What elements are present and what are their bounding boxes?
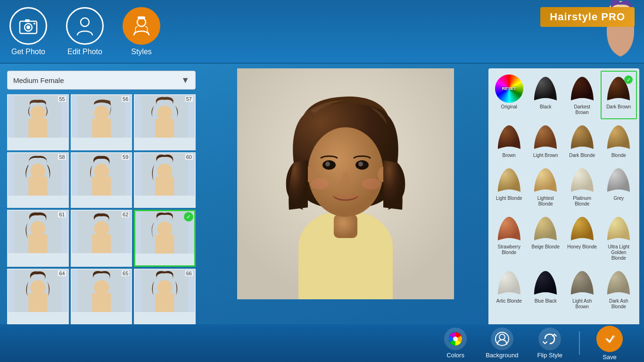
styles-label: Styles	[131, 48, 152, 56]
svg-point-28	[30, 221, 45, 236]
nav-styles[interactable]: Styles	[123, 7, 160, 56]
flip-style-button[interactable]: Flip Style	[530, 325, 570, 361]
save-label: Save	[603, 354, 617, 361]
edit-photo-label: Edit Photo	[67, 48, 102, 56]
left-panel: Medium Female ▼ 55 56	[0, 64, 203, 324]
svg-point-37	[30, 280, 45, 295]
style-grid: 55 56	[7, 94, 196, 324]
svg-point-4	[33, 23, 35, 25]
svg-point-31	[94, 221, 109, 236]
color-blue-black[interactable]: Blue Black	[528, 265, 564, 313]
color-light-ash-brown[interactable]: Light Ash Brown	[564, 265, 601, 313]
nav-edit-photo[interactable]: Edit Photo	[66, 7, 104, 56]
svg-rect-9	[28, 119, 47, 138]
center-panel	[203, 64, 488, 324]
svg-point-51	[310, 178, 329, 189]
svg-point-5	[81, 18, 89, 26]
svg-point-2	[26, 25, 30, 29]
color-beige-blonde[interactable]: Beige Blonde	[528, 211, 564, 265]
svg-rect-21	[92, 177, 111, 196]
color-dark-blonde[interactable]: Dark Blonde	[564, 119, 601, 162]
svg-rect-12	[92, 119, 111, 138]
main-content: Medium Female ▼ 55 56	[0, 64, 644, 324]
svg-point-13	[94, 106, 109, 121]
colors-icon	[444, 328, 467, 350]
color-light-brown[interactable]: Light Brown	[528, 119, 564, 162]
style-item-61[interactable]: 61	[7, 210, 69, 267]
color-dark-brown[interactable]: ✓ Dark Brown	[601, 71, 637, 119]
svg-point-10	[30, 106, 45, 121]
edit-photo-icon	[66, 7, 104, 45]
flip-style-label: Flip Style	[537, 352, 562, 359]
background-label: Background	[486, 352, 518, 359]
color-grey[interactable]: Grey	[601, 162, 637, 211]
svg-rect-18	[28, 177, 47, 196]
color-blonde[interactable]: Blonde	[601, 119, 637, 162]
svg-rect-45	[334, 214, 357, 238]
color-platinum-blonde[interactable]: Platinum Blonde	[564, 162, 601, 211]
preview-frame	[237, 68, 454, 299]
svg-rect-33	[156, 235, 174, 254]
toolbar-divider	[579, 331, 580, 355]
toolbar: Colors Background Flip Style	[0, 324, 644, 362]
svg-point-43	[157, 280, 173, 295]
style-item-64[interactable]: 64	[7, 269, 69, 325]
get-photo-icon	[9, 7, 47, 45]
style-item-58[interactable]: 58	[7, 152, 69, 208]
color-original[interactable]: RESET Original	[491, 71, 528, 119]
colors-button[interactable]: Colors	[437, 325, 474, 361]
color-brown[interactable]: Brown	[491, 119, 528, 162]
dropdown-value: Medium Female	[13, 76, 64, 84]
color-black[interactable]: Black	[528, 71, 564, 119]
colors-label: Colors	[446, 352, 464, 359]
svg-rect-30	[92, 234, 111, 253]
styles-icon	[123, 7, 160, 45]
color-dark-ash-blonde[interactable]: Dark Ash Blonde	[601, 265, 637, 313]
nav-get-photo[interactable]: Get Photo	[9, 7, 47, 56]
svg-point-52	[362, 178, 381, 189]
color-panel: RESET Original Black	[488, 68, 639, 324]
style-item-60[interactable]: 60	[134, 152, 196, 208]
style-item-55[interactable]: 55	[7, 94, 69, 150]
svg-point-16	[157, 106, 173, 121]
logo-area: Hairstyle PRO	[503, 0, 644, 64]
color-strawberry-blonde[interactable]: Strawberry Blonde	[491, 211, 528, 265]
style-item-63[interactable]: ✓	[134, 210, 196, 267]
header: Get Photo Edit Photo Styles Hairstyle PR…	[0, 0, 644, 64]
svg-rect-42	[156, 293, 174, 312]
svg-point-57	[453, 337, 458, 341]
svg-rect-24	[156, 177, 174, 196]
svg-point-34	[157, 222, 173, 237]
color-ultra-light-golden[interactable]: Ultra Light Golden Blonde	[601, 211, 637, 265]
style-item-66[interactable]: 66	[134, 269, 196, 325]
flip-style-icon	[538, 328, 561, 350]
color-honey-blonde[interactable]: Honey Blonde	[564, 211, 601, 265]
style-item-56[interactable]: 56	[71, 94, 132, 150]
color-artic-blonde[interactable]: Artic Blonde	[491, 265, 528, 313]
svg-point-49	[325, 162, 330, 166]
color-darkest-brown[interactable]: Darkest Brown	[564, 71, 601, 119]
dropdown-arrow-icon: ▼	[181, 75, 190, 85]
style-item-59[interactable]: 59	[71, 152, 132, 208]
svg-point-50	[358, 162, 363, 166]
svg-rect-15	[156, 119, 174, 138]
style-category-dropdown[interactable]: Medium Female ▼	[7, 71, 196, 90]
save-button[interactable]: Save	[589, 323, 630, 362]
color-lightest-blonde[interactable]: Lightest Blonde	[528, 162, 564, 211]
color-grid: RESET Original Black	[488, 68, 639, 316]
svg-rect-27	[28, 234, 47, 253]
svg-point-22	[94, 164, 109, 179]
style-item-62[interactable]: 62	[71, 210, 132, 267]
app-title: Hairstyle PRO	[540, 7, 635, 27]
svg-rect-3	[25, 19, 30, 22]
svg-rect-36	[28, 293, 47, 312]
get-photo-label: Get Photo	[11, 48, 45, 56]
svg-point-40	[94, 280, 109, 295]
style-item-65[interactable]: 65	[71, 269, 132, 325]
svg-point-59	[499, 334, 505, 340]
svg-point-19	[30, 164, 45, 179]
background-button[interactable]: Background	[479, 325, 525, 361]
style-item-57[interactable]: 57	[134, 94, 196, 150]
background-icon	[491, 328, 513, 350]
color-light-blonde[interactable]: Light Blonde	[491, 162, 528, 211]
